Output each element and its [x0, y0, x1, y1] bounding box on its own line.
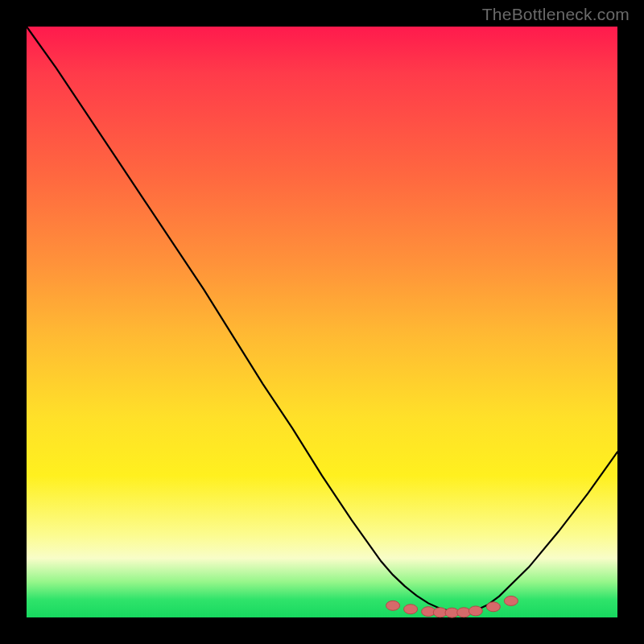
data-points-group [386, 596, 518, 617]
data-point [469, 606, 482, 616]
data-point [457, 608, 471, 617]
chart-frame: TheBottleneck.com [0, 0, 644, 644]
watermark-text: TheBottleneck.com [482, 5, 630, 24]
bottleneck-curve [27, 27, 617, 613]
data-point [386, 601, 400, 610]
data-point [404, 605, 418, 614]
chart-svg [27, 27, 617, 617]
data-point [486, 602, 500, 612]
data-point [504, 596, 518, 605]
